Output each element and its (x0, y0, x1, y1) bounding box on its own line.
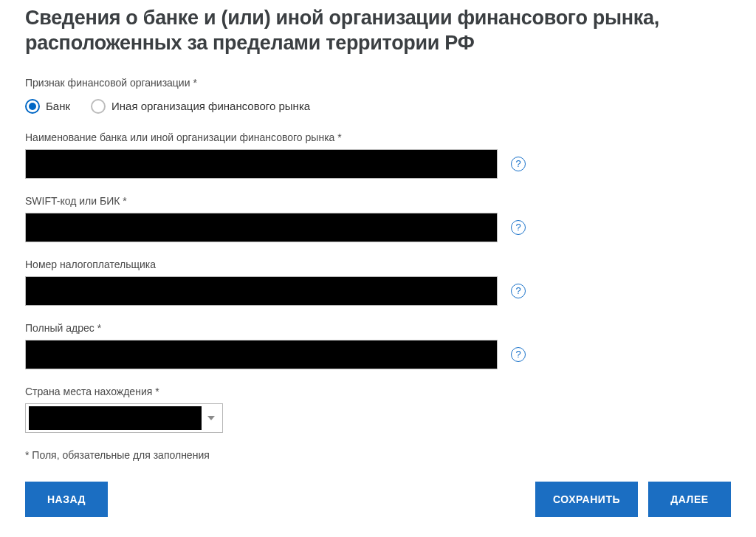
address-field-label: Полный адрес * (25, 322, 731, 334)
help-icon[interactable]: ? (511, 220, 526, 235)
country-select-value (29, 406, 202, 430)
country-select[interactable] (25, 403, 223, 433)
back-button[interactable]: НАЗАД (25, 482, 108, 517)
org-type-label: Признак финансовой организации * (25, 77, 731, 89)
taxpayer-input[interactable] (25, 276, 498, 306)
help-icon[interactable]: ? (511, 284, 526, 298)
address-input[interactable] (25, 340, 498, 369)
taxpayer-field-label: Номер налогоплательщика (25, 259, 731, 270)
button-row: НАЗАД СОХРАНИТЬ ДАЛЕЕ (25, 482, 731, 517)
next-button[interactable]: ДАЛЕЕ (648, 482, 731, 517)
name-field-label: Наименование банка или иной организации … (25, 131, 731, 143)
save-button[interactable]: СОХРАНИТЬ (535, 482, 638, 517)
radio-bank-label: Банк (46, 100, 70, 112)
radio-circle-icon (25, 99, 40, 114)
org-type-radio-group: Банк Иная организация финансового рынка (25, 99, 731, 114)
radio-bank[interactable]: Банк (25, 99, 70, 114)
radio-other-org[interactable]: Иная организация финансового рынка (91, 99, 310, 114)
radio-circle-icon (91, 99, 106, 114)
help-icon[interactable]: ? (511, 347, 526, 362)
org-name-input[interactable] (25, 149, 498, 179)
swift-field-label: SWIFT-код или БИК * (25, 195, 731, 207)
page-title: Сведения о банке и (или) иной организаци… (25, 6, 731, 56)
chevron-down-icon (207, 416, 215, 420)
help-icon[interactable]: ? (511, 157, 526, 171)
swift-input[interactable] (25, 213, 498, 242)
radio-other-label: Иная организация финансового рынка (111, 100, 310, 112)
required-note: * Поля, обязательные для заполнения (25, 449, 731, 461)
country-field-label: Страна места нахождения * (25, 386, 731, 397)
